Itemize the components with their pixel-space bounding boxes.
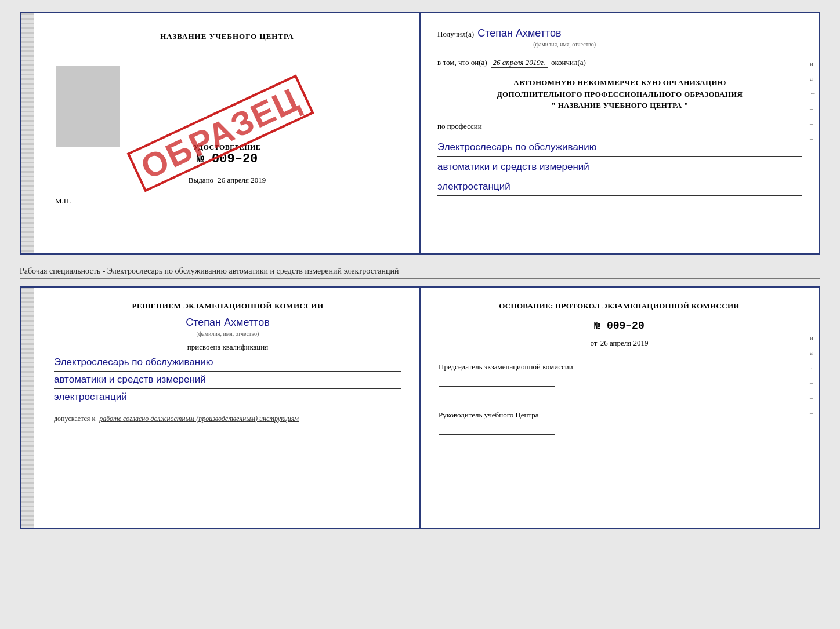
proto-spine-decoration xyxy=(21,288,34,528)
prof-line2: автоматики и средств измерений xyxy=(437,159,802,176)
proto-side-4: – xyxy=(810,379,816,386)
side-char-1: и xyxy=(810,60,816,67)
proto-person-name: Степан Ахметтов xyxy=(54,317,401,330)
side-char-4: – xyxy=(810,105,816,112)
side-char-5: – xyxy=(810,120,816,127)
chairman-label: Председатель экзаменационной комиссии xyxy=(439,362,800,372)
cert-date: 26 апреля 2019г. xyxy=(491,58,548,68)
proto-number-display: № 009–20 xyxy=(439,320,800,332)
side-note-right: и а ← – – – xyxy=(810,60,816,142)
proto-date-prefix: от xyxy=(590,339,597,347)
issued-line: Выдано 26 апреля 2019 xyxy=(189,176,266,185)
fio-sub-label: (фамилия, имя, отчество) xyxy=(477,41,651,48)
in-that-label: в том, что он(а) xyxy=(437,58,487,67)
director-sign-line xyxy=(439,434,555,435)
proto-fio-label: (фамилия, имя, отчество) xyxy=(54,330,401,337)
obrazec-text: ОБРАЗЕЦ xyxy=(136,82,305,185)
obrazec-stamp: ОБРАЗЕЦ xyxy=(126,74,314,192)
qual-line3: электростанций xyxy=(54,389,401,406)
basis-label: Основание: протокол экзаменационной коми… xyxy=(439,301,800,311)
assigned-label: присвоена квалификация xyxy=(54,343,401,352)
issued-label: Выдано xyxy=(189,176,213,184)
org-block: АВТОНОМНУЮ НЕКОММЕРЧЕСКУЮ ОРГАНИЗАЦИЮ ДО… xyxy=(437,77,802,111)
proto-num-value: 009–20 xyxy=(607,320,645,332)
cert-title: НАЗВАНИЕ УЧЕБНОГО ЦЕНТРА xyxy=(160,32,294,41)
work-permission-label: допускается к xyxy=(54,415,95,423)
work-permission-value: работе согласно должностным (производств… xyxy=(99,415,299,423)
chairman-section: Председатель экзаменационной комиссии xyxy=(439,362,800,396)
director-label: Руководитель учебного Центра xyxy=(439,410,800,420)
work-permission: допускается к работе согласно должностны… xyxy=(54,415,401,427)
cert-right-page: Получил(а) Степан Ахметтов (фамилия, имя… xyxy=(419,13,819,253)
org-line2: ДОПОЛНИТЕЛЬНОГО ПРОФЕССИОНАЛЬНОГО ОБРАЗО… xyxy=(437,89,802,100)
proto-side-2: а xyxy=(810,349,816,356)
work-permission-underline xyxy=(54,427,401,427)
side-char-2: а xyxy=(810,75,816,82)
proto-date-value: 26 апреля 2019 xyxy=(600,339,649,347)
chairman-sign-line xyxy=(439,386,555,387)
qual-line1: Электрослесарь по обслуживанию xyxy=(54,354,401,372)
document-container: НАЗВАНИЕ УЧЕБНОГО ЦЕНТРА УДОСТОВЕРЕНИЕ №… xyxy=(20,12,820,529)
org-line1: АВТОНОМНУЮ НЕКОММЕРЧЕСКУЮ ОРГАНИЗАЦИЮ xyxy=(437,77,802,89)
dash-after-name: – xyxy=(657,30,661,39)
director-section: Руководитель учебного Центра xyxy=(439,410,800,444)
proto-left-page: Решением экзаменационной комиссии Степан… xyxy=(21,288,420,528)
proto-date: от 26 апреля 2019 xyxy=(439,339,800,348)
org-line3: " НАЗВАНИЕ УЧЕБНОГО ЦЕНТРА " xyxy=(437,100,802,111)
prof-line3: электростанций xyxy=(437,179,802,196)
proto-side-1: и xyxy=(810,334,816,341)
proto-side-5: – xyxy=(810,394,816,401)
protocol-book: Решением экзаменационной комиссии Степан… xyxy=(20,286,820,529)
received-label: Получил(а) xyxy=(437,30,474,39)
proto-num-prefix: № xyxy=(594,320,600,332)
mp-label: М.П. xyxy=(55,197,71,206)
profession-label: по профессии xyxy=(437,122,802,131)
proto-side-chars: и а ← – – – xyxy=(810,334,816,416)
profession-lines: Электрослесарь по обслуживанию автоматик… xyxy=(437,137,802,197)
issued-date: 26 апреля 2019 xyxy=(218,176,266,184)
side-char-3: ← xyxy=(810,90,816,97)
proto-side-3: ← xyxy=(810,364,816,371)
proto-right-page: Основание: протокол экзаменационной коми… xyxy=(420,288,819,528)
decision-title: Решением экзаменационной комиссии xyxy=(54,301,401,311)
prof-line1: Электрослесарь по обслуживанию xyxy=(437,139,802,157)
cert-left-page: НАЗВАНИЕ УЧЕБНОГО ЦЕНТРА УДОСТОВЕРЕНИЕ №… xyxy=(21,13,419,253)
side-char-6: – xyxy=(810,135,816,142)
photo-placeholder xyxy=(56,66,120,147)
cert-number-display: № 009–20 xyxy=(194,152,261,166)
date-line: в том, что он(а) 26 апреля 2019г. окончи… xyxy=(437,58,802,68)
qual-line2: автоматики и средств измерений xyxy=(54,372,401,389)
spine-decoration xyxy=(21,13,34,253)
proto-qual-lines: Электрослесарь по обслуживанию автоматик… xyxy=(54,354,401,406)
certificate-book: НАЗВАНИЕ УЧЕБНОГО ЦЕНТРА УДОСТОВЕРЕНИЕ №… xyxy=(20,12,820,255)
recipient-line: Получил(а) Степан Ахметтов (фамилия, имя… xyxy=(437,27,802,48)
recipient-name: Степан Ахметтов xyxy=(477,27,651,41)
cert-number-prefix: № xyxy=(197,152,204,166)
cert-number-value: 009–20 xyxy=(212,152,258,166)
cert-label: УДОСТОВЕРЕНИЕ xyxy=(194,143,261,152)
proto-side-6: – xyxy=(810,409,816,416)
specialty-line: Рабочая специальность - Электрослесарь п… xyxy=(20,262,820,279)
completed-label: окончил(а) xyxy=(551,58,586,67)
